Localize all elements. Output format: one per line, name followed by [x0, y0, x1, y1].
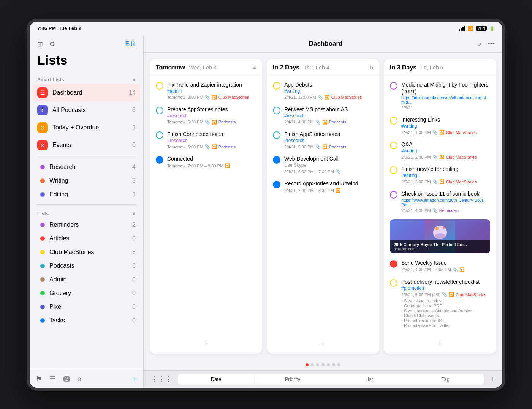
articles-count: 0: [132, 235, 136, 242]
task-meta: 2/4/21, 6:00 PM – 7:00 PM 📎: [284, 169, 373, 174]
task-title: Record AppStories and Unwind: [284, 180, 373, 187]
task-body: Finish Connected notes #research Tomorro…: [167, 131, 256, 149]
tab-tag[interactable]: Tag: [407, 374, 484, 385]
sidebar-item-admin[interactable]: Admin 0: [30, 273, 143, 286]
task-circle[interactable]: [156, 107, 163, 114]
sidebar-item-research[interactable]: Research 4: [30, 160, 143, 174]
toolbar-add-button[interactable]: +: [490, 374, 495, 384]
gear-icon[interactable]: ⚙: [49, 40, 55, 48]
task-title: Fix Trello and Zapier integration: [167, 81, 256, 88]
sidebar-item-tasks[interactable]: Tasks 0: [30, 314, 143, 327]
task-body: Post-delivery newsletter checklist #prom…: [401, 278, 490, 328]
image-card-subtitle: amazon.com: [394, 247, 486, 251]
sidebar-item-today[interactable]: ⊙ Today + Overdue 1: [30, 119, 143, 136]
task-circle[interactable]: [390, 117, 397, 125]
dashboard-label: Dashboard: [52, 89, 129, 96]
task-circle[interactable]: [273, 131, 280, 139]
task-circle[interactable]: [273, 82, 280, 90]
articles-label: Articles: [49, 235, 132, 242]
edit-button[interactable]: Edit: [125, 41, 136, 47]
sidebar-toggle-icon[interactable]: ⊞: [37, 40, 43, 48]
task-title: Post-delivery newsletter checklist: [401, 278, 490, 285]
task-tag: #writing: [401, 123, 490, 129]
task-meta: 2/5/21, 4:00 PM – 4:05 PM 📎🔁: [401, 267, 490, 272]
grocery-dot: [40, 291, 45, 295]
writing-label: Writing: [49, 177, 132, 184]
task-circle[interactable]: [390, 82, 397, 90]
tab-date[interactable]: Date: [178, 374, 254, 385]
all-podcasts-label: All Podcasts: [52, 107, 132, 114]
add-task-tomorrow[interactable]: +: [150, 335, 262, 354]
task-circle[interactable]: [390, 191, 397, 199]
task-item: Check on issue 11 of comic book https://…: [384, 187, 496, 216]
podcasts-dot: [40, 264, 45, 268]
task-title: Prepare AppStories notes: [167, 106, 256, 113]
sidebar-item-editing[interactable]: Editing 1: [30, 188, 143, 201]
battery-icon: 🔋: [489, 26, 495, 31]
dot-7: [337, 363, 340, 366]
status-bar: 7:46 PM Tue Feb 2 📶 VPN 🔋: [30, 22, 502, 35]
add-task-button[interactable]: +: [132, 374, 137, 384]
flag-icon[interactable]: ⚑: [36, 375, 42, 383]
task-tag: #research: [284, 138, 373, 143]
task-circle[interactable]: [390, 142, 397, 149]
sidebar-item-all-podcasts[interactable]: 🎙 All Podcasts 6: [30, 101, 143, 119]
sub-item: Save shortcut to Airtable and Archive: [401, 308, 490, 313]
column-in-3-days: In 3 Days Fri, Feb 5 Medicine at Midnigh…: [384, 59, 496, 354]
add-task-in-2-days[interactable]: +: [267, 335, 379, 354]
task-meta: Tomorrow, 5:30 PM 📎🔁 Podcasts: [167, 120, 256, 125]
task-item: Retweet MS post about AS #research 2/4/2…: [267, 103, 379, 128]
task-meta: 2/4/21, 5:00 PM 📎🔁 Podcasts: [284, 144, 373, 149]
add-task-in-3-days[interactable]: +: [384, 335, 496, 354]
task-circle[interactable]: [156, 131, 163, 139]
task-circle[interactable]: [273, 156, 280, 164]
tab-list[interactable]: List: [331, 374, 407, 385]
sidebar-divider-2: [37, 204, 136, 205]
list-icon[interactable]: ☰: [49, 375, 55, 383]
task-meta: Tomorrow, 7:00 PM – 9:00 PM 🔁: [167, 163, 256, 168]
task-circle[interactable]: [390, 279, 397, 287]
task-circle[interactable]: [390, 166, 397, 174]
task-tag: #promotion: [401, 286, 490, 291]
events-label: Events: [52, 142, 132, 148]
task-circle[interactable]: [273, 181, 280, 188]
more-options-icon[interactable]: •••: [488, 40, 495, 48]
podcasts-label: Podcasts: [49, 262, 132, 269]
sidebar-item-pixel[interactable]: Pixel 0: [30, 300, 143, 314]
image-card[interactable]: 20th Century Boys: The Perfect Edi... am…: [390, 219, 490, 253]
sidebar-item-dashboard[interactable]: ☰ Dashboard 14: [33, 84, 140, 101]
lists-chevron[interactable]: ∨: [132, 211, 136, 216]
column-in-3-days-header: In 3 Days Fri, Feb 5: [384, 59, 496, 75]
sidebar-item-events[interactable]: ⊗ Events 0: [30, 136, 143, 154]
main-layout: ⊞ ⚙ Edit Lists Smart Lists ∨ ☰ Dashboard…: [30, 35, 502, 388]
task-item: Send Weekly Issue 2/5/21, 4:00 PM – 4:05…: [384, 256, 496, 275]
sidebar-item-grocery[interactable]: Grocery 0: [30, 286, 143, 300]
task-circle[interactable]: [156, 82, 163, 90]
tab-priority[interactable]: Priority: [254, 374, 331, 385]
svg-point-4: [443, 226, 445, 229]
task-title: Send Weekly Issue: [401, 259, 490, 266]
task-circle[interactable]: [273, 107, 280, 114]
task-meta: 2/5/21, 2:00 PM 📎🔁 Club MacStories: [401, 155, 490, 159]
circle-btn[interactable]: ○: [477, 40, 481, 48]
tomorrow-tasks: Fix Trello and Zapier integration #admin…: [150, 75, 262, 335]
task-item: Connected Tomorrow, 7:00 PM – 9:00 PM 🔁: [150, 152, 262, 171]
research-label: Research: [49, 164, 132, 171]
smart-lists-chevron[interactable]: ∨: [132, 77, 136, 82]
task-title: Finish newsletter editing: [401, 166, 490, 172]
sidebar-item-clubmac[interactable]: Club MacStories 8: [30, 245, 143, 259]
task-circle[interactable]: [156, 156, 163, 164]
sidebar-item-writing[interactable]: Writing 3: [30, 174, 143, 188]
sidebar-item-podcasts[interactable]: Podcasts 6: [30, 259, 143, 273]
column-in-2-days: In 2 Days Thu, Feb 4 5 App Debuts: [267, 59, 379, 354]
sidebar-item-articles[interactable]: Articles 0: [30, 232, 143, 245]
task-body: Retweet MS post about AS #research 2/4/2…: [284, 106, 373, 125]
admin-label: Admin: [49, 276, 132, 283]
toolbar-menu-icon[interactable]: ⋮⋮⋮: [151, 375, 172, 383]
forward-icon[interactable]: »: [78, 375, 82, 383]
vpn-badge: VPN: [476, 26, 487, 31]
task-item: Medicine at Midnight by Foo Fighters (20…: [384, 78, 496, 113]
sidebar-item-reminders[interactable]: Reminders 2: [30, 218, 143, 232]
pixel-label: Pixel: [49, 303, 132, 310]
task-circle[interactable]: [390, 260, 397, 268]
